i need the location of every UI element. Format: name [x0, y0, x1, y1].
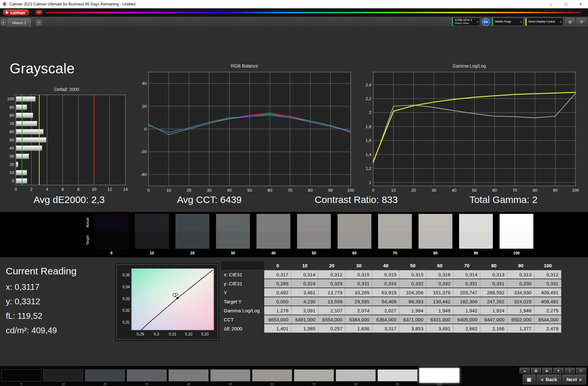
source-select-label: Mobile Forge	[495, 20, 518, 23]
swatch-level-label: 10	[135, 251, 169, 255]
gear-icon: ⚙	[568, 20, 572, 24]
tab-scroll-button[interactable]: ▸	[1, 19, 6, 25]
table-cell: 13,556	[318, 297, 345, 306]
table-cell: 88,393	[399, 297, 426, 306]
table-cell: 2,682	[453, 324, 480, 333]
swatch-target-half	[459, 231, 493, 249]
table-cell: 0,331	[480, 279, 507, 288]
table-corner	[221, 261, 264, 270]
display-button[interactable]: ▣	[523, 374, 536, 384]
calman-menu-caret[interactable]: ▾	[35, 10, 42, 15]
back-button-label: Back	[546, 377, 557, 382]
table-col-header-80: 80	[480, 261, 507, 270]
level-button-100[interactable]	[419, 368, 459, 383]
maximize-button[interactable]: □	[558, 0, 573, 8]
table-cell: 0,331	[534, 279, 561, 288]
level-button-70[interactable]	[294, 369, 334, 381]
monitor-button[interactable]: ▣	[531, 368, 541, 373]
svg-text:0,29: 0,29	[137, 332, 144, 336]
swatch-target-half	[176, 231, 209, 249]
swatch-level-label: 70	[378, 251, 412, 255]
table-row-label: ΔE 2000	[221, 324, 264, 333]
svg-text:60: 60	[267, 188, 272, 193]
table-cell: 1,385	[291, 324, 318, 333]
svg-text:0,32: 0,32	[122, 308, 130, 313]
bottom-bar: 0102030405060708090100 ▲▣▶▼↥⟳ ▣ « Back N…	[0, 366, 588, 386]
refresh-button[interactable]: ⟳	[576, 368, 586, 373]
table-cell: 247,262	[480, 297, 507, 306]
level-button-10[interactable]	[43, 369, 83, 381]
eject-button[interactable]: ↥	[565, 368, 575, 373]
swatch-actual-half	[95, 214, 128, 231]
tab-history-1[interactable]: History 1	[7, 18, 31, 27]
reading-table: 0102030405060708090100 x: CIE310,3170,31…	[221, 261, 561, 333]
svg-text:10: 10	[10, 170, 14, 175]
source-select[interactable]: Mobile Forge ▼	[492, 18, 523, 26]
svg-text:10: 10	[391, 188, 396, 193]
table-row: CCT6653,0006491,0006554,0006384,0006364,…	[221, 315, 561, 324]
table-row-label: x: CIE31	[221, 270, 264, 279]
add-tab-button[interactable]: +	[36, 20, 42, 25]
table-cell: 0,285	[264, 279, 291, 288]
level-button-50[interactable]	[210, 369, 250, 381]
table-cell: 29,595	[345, 297, 372, 306]
settings-button[interactable]: ⚙	[565, 18, 575, 26]
level-button-90[interactable]	[377, 369, 418, 381]
cie-chromaticity-panel: 0,290,30,310,320,330,350,340,330,320,31	[116, 264, 218, 340]
svg-text:14: 14	[123, 187, 128, 192]
table-cell: 2,166	[480, 324, 507, 333]
swatch-target-half	[216, 231, 250, 249]
table-cell: 6331,000	[426, 315, 453, 324]
swatch-target-half	[338, 231, 371, 249]
level-button-0[interactable]	[1, 369, 41, 381]
table-cell: 0,314	[291, 270, 318, 279]
back-next-row: ▣ « Back Next »	[523, 374, 586, 384]
tab-controls: X-Rite i1Pro 3 Direct View ▼ 629 Mobile …	[452, 18, 586, 26]
svg-text:80: 80	[10, 113, 14, 118]
svg-text:2: 2	[369, 110, 371, 115]
table-cell: 63,919	[372, 288, 399, 297]
level-button-20[interactable]	[85, 369, 125, 381]
grayscale-swatch-100	[499, 214, 534, 249]
display-control-select[interactable]: Direct Display Control ▼	[525, 18, 563, 26]
table-col-header-50: 50	[399, 261, 426, 270]
table-cell: 1,401	[264, 324, 291, 333]
grayscale-swatch-40	[256, 214, 291, 249]
refresh-button[interactable]: ⟳	[577, 18, 586, 26]
table-cell: 1,278	[264, 306, 291, 315]
table-cell: 2,074	[345, 306, 372, 315]
svg-text:40: 40	[227, 188, 231, 193]
table-cell: 33,265	[345, 288, 372, 297]
save-button[interactable]: ▼	[553, 368, 564, 373]
calman-diamond-icon	[5, 11, 8, 14]
table-cell: 6371,000	[399, 315, 426, 324]
swatch-target-half	[95, 231, 128, 249]
swatch-actual-half	[378, 214, 412, 231]
level-button-40[interactable]	[168, 369, 209, 381]
chevron-left-icon: «	[541, 376, 544, 383]
play-button[interactable]: ▶	[542, 368, 552, 373]
calman-logo-button[interactable]: calman	[3, 9, 29, 16]
contrast-ratio-stat: Contrast Ratio: 833	[315, 194, 398, 205]
table-cell: 0,313	[480, 270, 507, 279]
level-button-30[interactable]	[127, 369, 167, 381]
close-button[interactable]: ×	[573, 0, 588, 8]
table-row: y: CIE310,2850,3240,3290,3310,3330,3320,…	[221, 279, 561, 288]
window-controls: – □ ×	[544, 0, 588, 8]
window-title: Calman 2021 Calman Ultimate for Business…	[9, 2, 135, 6]
next-button[interactable]: Next »	[562, 374, 586, 384]
collapse-button[interactable]: ▲	[520, 368, 530, 373]
table-cell: 1,948	[507, 306, 534, 315]
table-cell: 2,107	[318, 306, 345, 315]
table-cell: 104,356	[399, 288, 426, 297]
table-cell: 2,275	[534, 306, 561, 315]
svg-text:60: 60	[492, 188, 497, 193]
minimize-button[interactable]: –	[544, 0, 558, 8]
back-button[interactable]: « Back	[537, 374, 561, 384]
meter-select[interactable]: X-Rite i1Pro 3 Direct View ▼	[452, 18, 480, 26]
svg-text:100: 100	[7, 96, 14, 101]
grayscale-swatch-20	[175, 214, 210, 249]
level-button-60[interactable]	[252, 369, 292, 381]
level-button-80[interactable]	[336, 369, 376, 381]
meter-status-badge[interactable]: 629	[482, 18, 490, 26]
